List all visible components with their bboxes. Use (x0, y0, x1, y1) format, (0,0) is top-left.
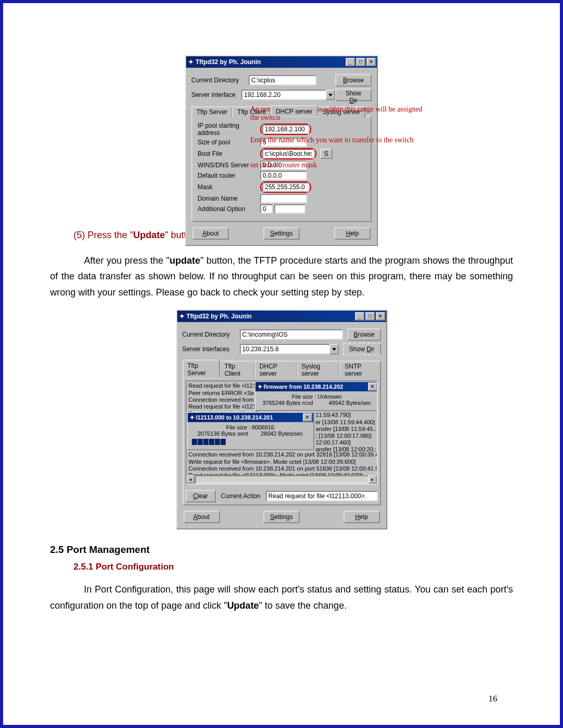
popup1-rate: 49542 Bytes/sec (328, 400, 371, 406)
server-if-select[interactable] (240, 344, 329, 354)
s-button[interactable]: S (320, 149, 333, 159)
tftp-server-pane: Read request for file <l1211 Peer return… (182, 377, 381, 505)
chevron-down-icon[interactable] (329, 344, 339, 354)
app-icon: ✦ (190, 414, 194, 421)
current-dir-input[interactable] (240, 329, 344, 340)
popup-title: l12113.000 to 10.238.214.201 (196, 414, 273, 421)
boot-file-input[interactable] (262, 149, 314, 158)
annotation-mask: set default router mask (250, 161, 407, 169)
tab-tftp-client[interactable]: Tftp Client (219, 361, 255, 379)
ip-pool-input[interactable] (262, 125, 309, 134)
tab-syslog-server[interactable]: Syslog server (297, 361, 340, 379)
close-icon[interactable]: × (303, 413, 312, 422)
show-dir-button[interactable]: Show Dir (335, 89, 372, 101)
scrollbar-horizontal[interactable]: ◂ ▸ (187, 475, 377, 484)
minimize-icon[interactable]: _ (346, 58, 355, 66)
maximize-icon[interactable]: □ (365, 312, 375, 320)
show-dir-button[interactable]: Show Dir (343, 343, 381, 355)
label-add-opt: Additional Option (198, 205, 260, 213)
close-icon[interactable]: × (368, 382, 377, 391)
arrow-left-icon[interactable]: ◂ (187, 475, 195, 484)
port-config-paragraph: In Port Configuration, this page will sh… (50, 582, 513, 613)
server-if-select[interactable] (241, 90, 326, 100)
page-number: 16 (488, 694, 497, 704)
popup2-filesize: File size : 8006916 (192, 424, 309, 430)
log-area: Read request for file <l1211 Peer return… (186, 380, 378, 485)
current-action-label: Current Action (221, 492, 261, 500)
label-server-if: Server interfaces (182, 346, 240, 353)
label-default-router: Default router (198, 172, 260, 179)
subsection-heading: 2.5.1 Port Configuration (74, 562, 513, 572)
label-mask: Mask (198, 183, 260, 191)
window-title: Tftpd32 by Ph. Jounin (195, 58, 261, 66)
current-action-value[interactable] (266, 491, 378, 501)
popup1-filesize: File size : Unknown (260, 393, 374, 400)
chevron-down-icon[interactable] (326, 90, 335, 100)
transfer-popup-2: ✦ l12113.000 to 10.238.214.201 × File si… (187, 412, 314, 450)
tab-tftp-server[interactable]: Tftp Server (191, 106, 232, 117)
window-title: Tftpd32 by Ph. Jounin (187, 313, 252, 320)
current-dir-input[interactable] (249, 75, 316, 85)
app-icon: ✦ (188, 58, 193, 66)
router-input[interactable] (260, 171, 307, 180)
tab-dhcp-server[interactable]: DHCP server (271, 105, 317, 116)
label-server-if: Server interface (191, 91, 241, 98)
popup2-bytes: 2075136 Bytes sent (198, 430, 248, 437)
log-bottom-lines: Connection received from 10.238.214.202 … (189, 451, 378, 479)
label-domain: Domain Name (198, 195, 260, 202)
tftpd32-dialog-2: ✦ Tftpd32 by Ph. Jounin _ □ × Current Di… (176, 310, 387, 529)
clear-button[interactable]: Clear (186, 490, 216, 502)
about-button[interactable]: About (183, 511, 220, 523)
help-button[interactable]: Help (334, 227, 371, 240)
label-current-dir: Current Directory (182, 331, 240, 338)
about-button[interactable]: About (192, 227, 229, 240)
log-side-lines: 11:59:43.790] er [13/08 11:59:44.400] an… (316, 412, 376, 453)
label-ip-pool: IP pool starting address (198, 122, 260, 137)
help-button[interactable]: Help (344, 511, 380, 523)
tab-bar: Tftp Server Tftp Client DHCP server Sysl… (182, 360, 381, 378)
app-icon: ✦ (179, 313, 185, 320)
domain-input[interactable] (260, 194, 307, 203)
minimize-icon[interactable]: _ (355, 312, 364, 320)
titlebar: ✦ Tftpd32 by Ph. Jounin _ □ × (186, 56, 377, 68)
popup-title: firmware from 10.238.214.202 (264, 384, 344, 390)
tab-sntp-server[interactable]: SNTP server (339, 361, 381, 379)
annotation-boot: Enter the name which you want to transfe… (250, 136, 427, 144)
settings-button[interactable]: Settings (263, 227, 300, 240)
tftpd32-dialog-1: ✦ Tftpd32 by Ph. Jounin _ □ × Current Di… (185, 55, 378, 246)
tab-dhcp-server[interactable]: DHCP server (254, 361, 297, 379)
maximize-icon[interactable]: □ (356, 58, 365, 66)
section-heading: 2.5 Port Management (50, 544, 513, 556)
label-boot-file: Boot File (198, 150, 260, 157)
browse-button[interactable]: Browse (347, 328, 381, 341)
after-update-paragraph: After you press the "update" button, the… (50, 253, 513, 301)
settings-button[interactable]: Settings (263, 511, 300, 523)
popup2-rate: 28042 Bytes/sec (261, 430, 303, 437)
close-icon[interactable]: × (366, 58, 376, 66)
mask-input[interactable] (262, 182, 309, 192)
arrow-right-icon[interactable]: ▸ (369, 475, 377, 484)
label-current-dir: Current Directory (191, 77, 249, 84)
popup1-bytes: 3765248 Bytes rcvd (262, 400, 313, 406)
addopt-input[interactable] (260, 204, 273, 214)
close-icon[interactable]: × (376, 312, 385, 320)
progress-bar (192, 439, 309, 445)
app-icon: ✦ (258, 384, 262, 390)
addopt-extra-input[interactable] (274, 204, 305, 214)
tab-tftp-server[interactable]: Tftp Server (182, 360, 220, 378)
browse-button[interactable]: BBrowserowse (335, 74, 372, 87)
transfer-popup-1: ✦ firmware from 10.238.214.202 × File si… (254, 381, 378, 411)
titlebar: ✦ Tftpd32 by Ph. Jounin _ □ × (177, 311, 386, 322)
